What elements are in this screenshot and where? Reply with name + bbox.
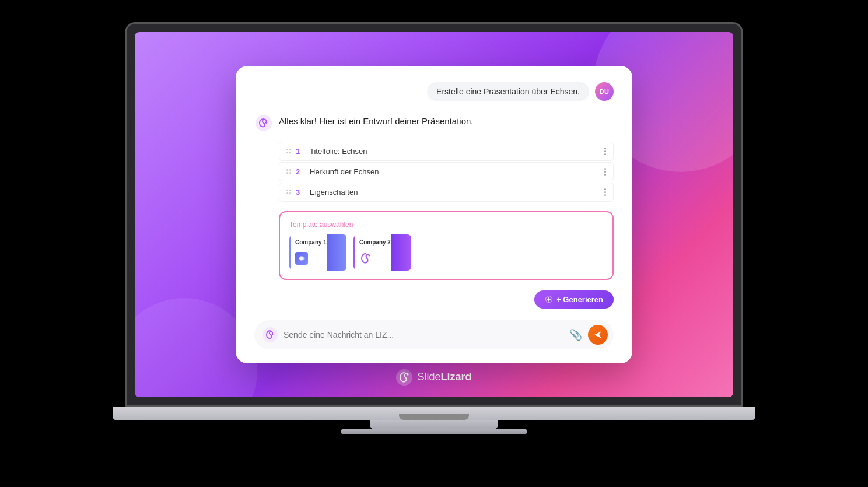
laptop-base bbox=[113, 407, 755, 420]
generate-icon bbox=[545, 295, 553, 303]
slide-menu-1[interactable] bbox=[604, 148, 606, 155]
template-section-label: Template auswählen bbox=[289, 220, 603, 229]
branding-logo-icon bbox=[396, 369, 412, 386]
user-avatar: DU bbox=[595, 82, 614, 101]
svg-point-1 bbox=[265, 121, 268, 124]
laptop-foot bbox=[341, 429, 527, 434]
drag-handle-3[interactable] bbox=[286, 190, 291, 194]
attach-icon[interactable]: 📎 bbox=[569, 328, 582, 341]
table-row: 1 Titelfolie: Echsen bbox=[279, 142, 614, 161]
template-card-label-2: Company 2 bbox=[359, 239, 391, 246]
table-row: 2 Herkunft der Echsen bbox=[279, 162, 614, 181]
generate-button[interactable]: + Generieren bbox=[534, 290, 614, 309]
company1-logo bbox=[295, 252, 308, 265]
bot-message-row: Alles klar! Hier ist ein Entwurf deiner … bbox=[254, 114, 614, 132]
slide-list: 1 Titelfolie: Echsen 2 Herkunft der Echs… bbox=[279, 142, 614, 202]
slide-number-1: 1 bbox=[296, 147, 305, 156]
template-cards: Company 1 Company 2 bbox=[289, 234, 603, 271]
template-card-company1[interactable]: Company 1 bbox=[289, 234, 348, 271]
bot-logo bbox=[254, 114, 273, 132]
table-row: 3 Eigenschaften bbox=[279, 183, 614, 202]
send-icon bbox=[593, 330, 603, 339]
bot-message-text: Alles klar! Hier ist ein Entwurf deiner … bbox=[279, 114, 473, 126]
template-card-company2[interactable]: Company 2 bbox=[354, 234, 412, 271]
laptop-screen: Erstelle eine Präsentation über Echsen. … bbox=[125, 22, 743, 407]
generate-row: + Generieren bbox=[254, 290, 614, 309]
svg-point-7 bbox=[407, 373, 410, 376]
slide-title-3: Eigenschaften bbox=[310, 188, 600, 197]
slide-menu-3[interactable] bbox=[604, 188, 606, 196]
user-message-text: Erstelle eine Präsentation über Echsen. bbox=[436, 87, 580, 96]
laptop-notch bbox=[399, 414, 469, 420]
chat-input-row: 📎 bbox=[254, 320, 614, 349]
template-section: Template auswählen Company 1 bbox=[279, 211, 614, 280]
send-button[interactable] bbox=[588, 325, 608, 345]
screen-content: Erstelle eine Präsentation über Echsen. … bbox=[135, 32, 733, 397]
chat-input-logo bbox=[262, 327, 278, 342]
company2-logo bbox=[359, 252, 372, 265]
slide-number-3: 3 bbox=[296, 188, 305, 197]
svg-point-2 bbox=[369, 254, 370, 256]
svg-point-6 bbox=[396, 369, 412, 386]
user-message-row: Erstelle eine Präsentation über Echsen. … bbox=[254, 82, 614, 101]
drag-handle-1[interactable] bbox=[286, 149, 291, 153]
svg-point-5 bbox=[272, 333, 274, 335]
drag-handle-2[interactable] bbox=[286, 169, 291, 174]
slide-menu-2[interactable] bbox=[604, 168, 606, 176]
slide-number-2: 2 bbox=[296, 167, 305, 176]
chat-input[interactable] bbox=[284, 330, 564, 339]
laptop-stand bbox=[370, 420, 498, 429]
template-card-label-1: Company 1 bbox=[295, 239, 327, 246]
slide-title-1: Titelfolie: Echsen bbox=[310, 147, 600, 156]
user-message-bubble: Erstelle eine Präsentation über Echsen. bbox=[427, 82, 589, 101]
branding-row: SlideLizard bbox=[396, 369, 471, 386]
slide-title-2: Herkunft der Echsen bbox=[310, 167, 600, 176]
chat-modal: Erstelle eine Präsentation über Echsen. … bbox=[236, 66, 632, 363]
branding-text: SlideLizard bbox=[417, 371, 471, 383]
